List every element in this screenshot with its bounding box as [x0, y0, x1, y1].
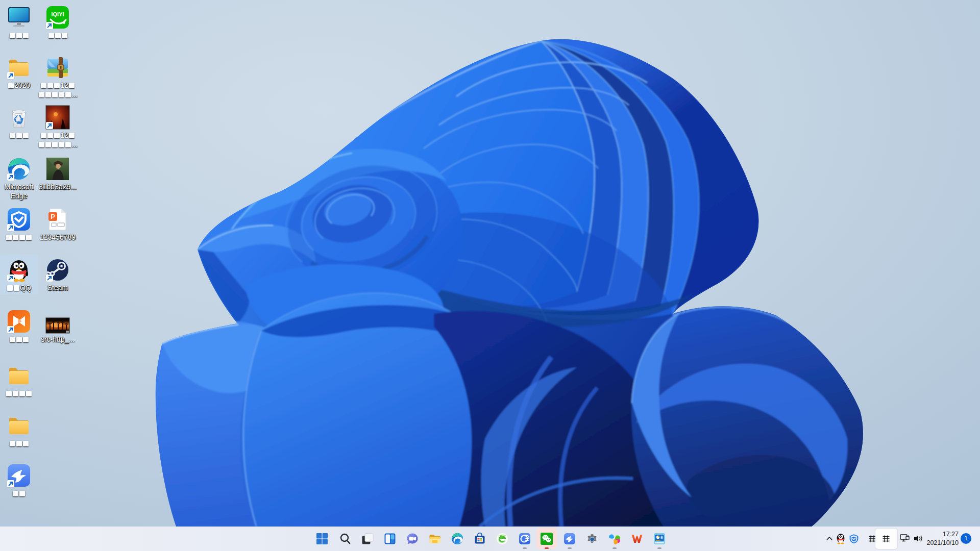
svg-text:iQIYI: iQIYI [51, 11, 64, 17]
svg-text:P: P [51, 213, 55, 220]
